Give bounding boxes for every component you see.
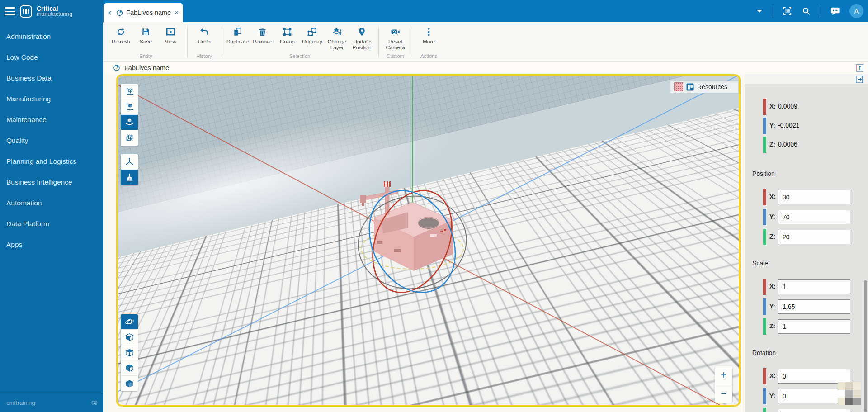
translate-tool-button[interactable]	[121, 84, 138, 99]
z-axis-label: Z:	[769, 322, 775, 330]
username-label: cmftraining	[6, 399, 35, 406]
y-axis-label: Y:	[769, 122, 775, 129]
local-axes-button[interactable]	[121, 170, 138, 185]
resources-legend[interactable]: Resources	[670, 81, 738, 93]
mouse-cursor-artifact	[838, 382, 861, 405]
transform-tool-rail	[121, 84, 138, 146]
top-view-button[interactable]	[121, 345, 138, 360]
sidebar-item-maintenance[interactable]: Maintenance	[0, 109, 103, 130]
ungroup-icon	[307, 27, 317, 37]
update-position-button[interactable]: Update Position	[349, 24, 374, 53]
scale-z-row: Z:	[745, 318, 868, 336]
more-button[interactable]: More	[416, 24, 441, 53]
ribbon-group-custom: Reset Camera Custom	[383, 24, 408, 61]
breadcrumb-entity-icon	[113, 64, 120, 71]
rotate-tool-button[interactable]	[121, 115, 138, 130]
sidebar-item-planning-and-logistics[interactable]: Planning and Logistics	[0, 151, 103, 172]
x-axis-color-bar	[763, 189, 766, 205]
scale-y-input[interactable]	[778, 299, 850, 314]
sidebar-item-manufacturing[interactable]: Manufacturing	[0, 89, 103, 109]
selected-equipment-model[interactable]	[340, 174, 485, 309]
z-axis-color-bar	[763, 318, 766, 335]
hamburger-menu-icon[interactable]	[5, 7, 15, 15]
position-y-input[interactable]	[778, 210, 850, 224]
open-tab[interactable]: FabLives name	[104, 3, 183, 22]
translate-snap-tool-button[interactable]	[121, 99, 138, 115]
reset-camera-icon	[390, 27, 401, 37]
user-avatar[interactable]: A	[849, 4, 863, 18]
sidebar-item-quality[interactable]: Quality	[0, 130, 103, 151]
group-button[interactable]: Group	[275, 24, 300, 53]
tab-close-icon[interactable]	[174, 10, 179, 15]
back-chevron-icon[interactable]	[108, 10, 113, 16]
ungroup-button[interactable]: Ungroup	[300, 24, 325, 53]
sidebar-item-automation[interactable]: Automation	[0, 193, 103, 213]
sidebar-item-administration[interactable]: Administration	[0, 26, 103, 47]
barcode-scanner-icon[interactable]	[782, 6, 793, 16]
properties-panel: X: 0.0009 Y: -0.0021 Z: 0.0006 Position …	[745, 74, 868, 412]
sidebar-item-apps[interactable]: Apps	[0, 234, 103, 255]
properties-panel-body: X: 0.0009 Y: -0.0021 Z: 0.0006 Position …	[745, 84, 868, 412]
z-axis-label: Z:	[769, 141, 775, 148]
y-axis-color-bar	[763, 388, 766, 404]
pivot-tool-rail	[121, 154, 138, 185]
rotate-icon	[125, 118, 134, 127]
scale-z-input[interactable]	[778, 319, 850, 334]
change-layer-icon	[332, 27, 342, 37]
scale-y-row: Y:	[745, 298, 868, 316]
view-button[interactable]: View	[158, 24, 183, 53]
refresh-button[interactable]: Refresh	[108, 24, 133, 53]
tabs-dropdown-icon[interactable]	[755, 7, 764, 15]
rotation-z-input[interactable]	[778, 409, 850, 412]
ribbon-toolbar: Refresh Save	[103, 22, 868, 62]
undo-button[interactable]: Undo	[192, 24, 217, 53]
world-axes-button[interactable]	[121, 154, 138, 170]
position-x-input[interactable]	[778, 190, 850, 204]
x-axis-label: X:	[769, 103, 776, 110]
orbit-view-button[interactable]	[121, 314, 138, 330]
3d-scene-canvas[interactable]: Resources + −	[118, 76, 739, 405]
collapse-ribbon-icon[interactable]	[856, 64, 863, 72]
ribbon-group-actions: More Actions	[416, 24, 441, 61]
brand-text: Critical manufacturing	[37, 5, 72, 18]
ribbon-group-entity: Refresh Save	[108, 24, 183, 61]
ribbon-group-label-history: History	[192, 53, 217, 61]
scale-tool-button[interactable]	[121, 130, 138, 146]
axes-tripod-icon	[125, 157, 134, 166]
perspective-view-button[interactable]	[121, 330, 138, 345]
coordinate-y-row: Y: -0.0021	[745, 118, 868, 135]
position-section-title: Position	[752, 170, 775, 177]
y-axis-color-bar	[763, 298, 766, 315]
translate-filled-icon	[125, 102, 134, 112]
duplicate-button[interactable]: Duplicate	[225, 24, 250, 53]
ribbon-group-label-entity: Entity	[108, 53, 183, 61]
group-icon	[282, 27, 292, 37]
zoom-in-button[interactable]: +	[715, 366, 732, 384]
side-view-button[interactable]	[121, 360, 138, 376]
scale-x-input[interactable]	[778, 279, 850, 294]
sidebar-item-data-platform[interactable]: Data Platform	[0, 213, 103, 234]
collapse-panel-icon[interactable]	[856, 76, 863, 83]
change-layer-button[interactable]: Change Layer	[325, 24, 349, 53]
sidebar-item-low-code[interactable]: Low Code	[0, 47, 103, 68]
zoom-out-button[interactable]: −	[715, 384, 732, 403]
rotation-z-row-clipped	[745, 408, 868, 412]
topbar-divider	[821, 5, 821, 18]
position-z-input[interactable]	[778, 230, 850, 244]
rotation-x-input[interactable]	[778, 369, 850, 384]
messages-icon[interactable]	[830, 6, 840, 16]
sidebar-item-business-intelligence[interactable]: Business Intelligence	[0, 172, 103, 193]
isometric-view-button[interactable]	[121, 376, 138, 391]
sidebar-item-business-data[interactable]: Business Data	[0, 68, 103, 89]
reset-camera-button[interactable]: Reset Camera	[383, 24, 408, 53]
x-axis-label: X:	[769, 283, 776, 290]
panel-scrollbar[interactable]	[864, 280, 867, 412]
x-axis-color-bar	[763, 279, 766, 295]
remove-button[interactable]: Remove	[250, 24, 275, 53]
z-axis-color-bar	[763, 408, 766, 412]
undo-icon	[199, 27, 209, 37]
ribbon-separator	[412, 27, 412, 57]
search-icon[interactable]	[802, 6, 811, 16]
save-button[interactable]: Save	[133, 24, 158, 53]
position-x-row: X:	[745, 189, 868, 206]
